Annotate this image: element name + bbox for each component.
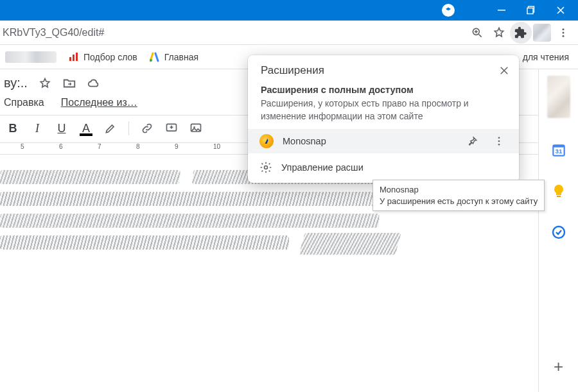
svg-point-7 [563,28,565,30]
redacted-text [0,235,289,250]
browser-menu-button[interactable] [552,22,574,44]
side-panel: 31 + [538,69,578,392]
popup-title: Расширения [261,64,324,77]
manage-extensions-label: Управление расши [281,162,363,173]
extension-tooltip: Monosnap У расширения есть доступ к этом… [372,180,545,211]
extensions-popup: Расширения Расширения с полным доступом … [248,55,519,183]
reading-list-button[interactable]: для чтения [523,52,569,62]
zoom-icon[interactable] [466,22,488,44]
svg-rect-25 [557,196,561,197]
bookmark-label: Главная [164,52,198,62]
popup-close-button[interactable] [498,65,510,76]
ruler-tick: 10 [213,143,220,150]
move-folder-icon[interactable] [62,76,76,90]
window-titlebar [0,0,578,21]
redacted-side-icon[interactable] [547,76,570,118]
add-addon-button[interactable]: + [554,357,563,377]
reading-list-label: для чтения [523,52,569,62]
profile-avatar[interactable] [533,24,551,42]
svg-rect-12 [76,53,78,61]
tooltip-title: Monosnap [380,184,538,196]
address-bar: KRbVTy3_QG40/edit# [0,21,578,45]
window-minimize-button[interactable] [487,0,516,21]
bookmark-label: Подбор слов [83,52,137,62]
redacted-text [0,214,380,228]
bookmark-star-icon[interactable] [488,22,510,44]
extension-item-monosnap[interactable]: Monosnap [248,129,519,153]
url-text[interactable]: KRbVTy3_QG40/edit# [0,27,466,38]
svg-rect-2 [527,8,533,14]
svg-point-8 [563,31,565,33]
bars-icon [68,51,80,63]
highlight-button[interactable] [101,119,119,137]
insert-link-button[interactable] [138,119,156,137]
separator [128,121,129,135]
bookmark-item-redacted[interactable] [5,51,57,63]
window-close-button[interactable] [546,0,575,21]
ruler-tick: 7 [98,143,101,150]
italic-button[interactable]: I [28,119,46,137]
bookmark-item-podbor[interactable]: Подбор слов [68,51,137,63]
svg-point-9 [563,35,565,37]
svg-rect-10 [69,57,71,61]
svg-text:31: 31 [555,148,562,155]
svg-rect-0 [498,10,505,11]
svg-point-29 [498,144,500,146]
svg-point-28 [498,141,500,142]
extensions-button[interactable] [510,22,532,44]
text-color-button[interactable]: A [77,119,95,137]
bookmark-item-main[interactable]: Главная [149,51,198,63]
svg-point-30 [265,166,268,169]
pin-extension-button[interactable] [466,135,484,147]
popup-subtitle: Расширения с полным доступом [248,82,519,96]
google-ads-icon [149,51,161,63]
star-icon[interactable] [38,76,52,90]
add-comment-button[interactable] [162,119,180,137]
gear-icon [259,161,272,174]
extension-name: Monosnap [283,136,457,146]
window-maximize-button[interactable] [516,0,546,21]
insert-image-button[interactable] [187,119,205,137]
doc-title-fragment[interactable]: ву:.. [4,76,28,90]
extension-more-button[interactable] [493,135,511,147]
manage-extensions-row[interactable]: Управление расши [248,153,519,178]
underline-button[interactable]: U [53,119,71,137]
redacted-text [299,233,401,255]
popup-description: Расширения, у которых есть право на прос… [248,96,519,129]
cloud-status-icon[interactable] [87,76,101,90]
last-modified-link[interactable]: Последнее из… [61,97,137,108]
keep-addon-icon[interactable] [550,182,568,200]
svg-point-13 [150,59,152,62]
calendar-addon-icon[interactable]: 31 [550,141,568,159]
menu-help[interactable]: Справка [4,97,44,108]
tasks-addon-icon[interactable] [550,223,568,241]
downloads-indicator-icon[interactable] [442,4,455,17]
tooltip-body: У расширения есть доступ к этому сайту [380,196,538,207]
svg-point-27 [498,137,500,139]
ruler-tick: 5 [21,143,24,150]
svg-rect-11 [73,55,74,61]
redacted-text [0,192,405,206]
bold-button[interactable]: B [4,119,22,137]
redacted-text [0,170,180,184]
ruler-tick: 6 [59,143,63,150]
monosnap-icon [259,134,274,148]
ruler-tick: 8 [136,143,140,150]
svg-line-4 [479,34,482,37]
ruler-tick: 9 [175,143,179,150]
